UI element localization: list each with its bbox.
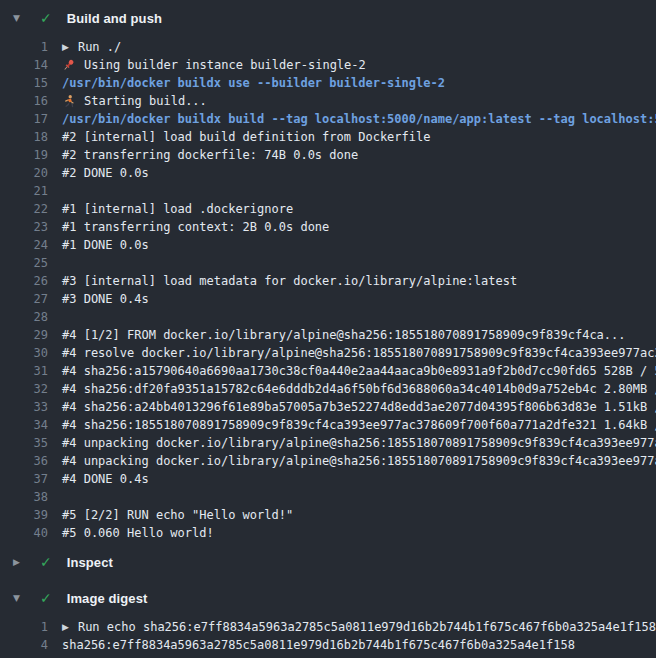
- log-line: 37#4 DONE 0.4s: [0, 470, 656, 488]
- log-line: 4sha256:e7ff8834a5963a2785c5a0811e979d16…: [0, 636, 656, 654]
- line-content: #5 0.060 Hello world!: [62, 524, 214, 542]
- log-line: 40#5 0.060 Hello world!: [0, 524, 656, 542]
- line-text: /usr/bin/docker buildx build --tag local…: [62, 110, 656, 128]
- line-text: #4 sha256:185518070891758909c9f839cf4ca3…: [62, 416, 656, 434]
- log-line: 35#4 unpacking docker.io/library/alpine@…: [0, 434, 656, 452]
- line-text: #1 [internal] load .dockerignore: [62, 200, 293, 218]
- log-line: 23#1 transferring context: 2B 0.0s done: [0, 218, 656, 236]
- step-header-inspect[interactable]: ▶✓Inspect: [0, 544, 656, 580]
- success-check-icon: ✓: [40, 554, 52, 570]
- line-text: #4 resolve docker.io/library/alpine@sha2…: [62, 344, 656, 362]
- line-content: #1 transferring context: 2B 0.0s done: [62, 218, 329, 236]
- line-number[interactable]: 35: [0, 434, 48, 452]
- line-number[interactable]: 24: [0, 236, 48, 254]
- line-number[interactable]: 27: [0, 290, 48, 308]
- step-log-lines: 1▶Run echo sha256:e7ff8834a5963a2785c5a0…: [0, 616, 656, 656]
- log-line: 31#4 sha256:a15790640a6690aa1730c38cf0a4…: [0, 362, 656, 380]
- line-content: /usr/bin/docker buildx use --builder bui…: [62, 74, 445, 92]
- line-text: #4 [1/2] FROM docker.io/library/alpine@s…: [62, 326, 626, 344]
- workflow-log-viewer: ▼✓Build and push1▶Run ./14 Using builder…: [0, 0, 656, 658]
- log-line: 17/usr/bin/docker buildx build --tag loc…: [0, 110, 656, 128]
- line-number[interactable]: 4: [0, 636, 48, 654]
- line-content: #4 [1/2] FROM docker.io/library/alpine@s…: [62, 326, 626, 344]
- log-line: 27#3 DONE 0.4s: [0, 290, 656, 308]
- line-text: #1 transferring context: 2B 0.0s done: [62, 218, 329, 236]
- line-number[interactable]: 29: [0, 326, 48, 344]
- line-number[interactable]: 26: [0, 272, 48, 290]
- line-content: #1 DONE 0.0s: [62, 236, 149, 254]
- line-number[interactable]: 28: [0, 308, 48, 326]
- log-line: 30#4 resolve docker.io/library/alpine@sh…: [0, 344, 656, 362]
- line-number[interactable]: 17: [0, 110, 48, 128]
- log-line: 32#4 sha256:df20fa9351a15782c64e6dddb2d4…: [0, 380, 656, 398]
- line-text: #2 DONE 0.0s: [62, 164, 149, 182]
- line-number[interactable]: 1: [0, 618, 48, 636]
- log-line: 39#5 [2/2] RUN echo "Hello world!": [0, 506, 656, 524]
- line-number[interactable]: 1: [0, 38, 48, 56]
- line-text: #5 0.060 Hello world!: [62, 524, 214, 542]
- line-content: #4 unpacking docker.io/library/alpine@sh…: [62, 434, 656, 452]
- run-expander-icon[interactable]: ▶: [62, 38, 69, 56]
- line-number[interactable]: 33: [0, 398, 48, 416]
- line-content: #4 sha256:df20fa9351a15782c64e6dddb2d4a6…: [62, 380, 656, 398]
- line-text: #3 [internal] load metadata for docker.i…: [62, 272, 517, 290]
- line-content: sha256:e7ff8834a5963a2785c5a0811e979d16b…: [62, 636, 575, 654]
- chevron-down-icon[interactable]: ▼: [13, 13, 25, 23]
- step-header-build-and-push[interactable]: ▼✓Build and push: [0, 0, 656, 36]
- line-text: #2 [internal] load build definition from…: [62, 128, 430, 146]
- log-line: 19#2 transferring dockerfile: 74B 0.0s d…: [0, 146, 656, 164]
- line-text: sha256:e7ff8834a5963a2785c5a0811e979d16b…: [62, 636, 575, 654]
- line-text: #5 [2/2] RUN echo "Hello world!": [62, 506, 293, 524]
- line-content: #3 [internal] load metadata for docker.i…: [62, 272, 517, 290]
- log-line: 20#2 DONE 0.0s: [0, 164, 656, 182]
- pushpin-icon: [62, 58, 76, 73]
- line-text: Run echo sha256:e7ff8834a5963a2785c5a081…: [78, 618, 656, 636]
- chevron-down-icon[interactable]: ▼: [13, 593, 25, 603]
- line-number[interactable]: 19: [0, 146, 48, 164]
- line-number[interactable]: 34: [0, 416, 48, 434]
- line-text: /usr/bin/docker buildx use --builder bui…: [62, 74, 445, 92]
- step-title: Inspect: [67, 555, 113, 570]
- step-log-lines: 1▶Run ./14 Using builder instance builde…: [0, 36, 656, 544]
- line-text: Run ./: [78, 38, 121, 56]
- line-number[interactable]: 40: [0, 524, 48, 542]
- line-number[interactable]: 14: [0, 56, 48, 74]
- log-line: 38: [0, 488, 656, 506]
- line-content: Starting build...: [62, 92, 207, 110]
- line-content: #1 [internal] load .dockerignore: [62, 200, 293, 218]
- line-number[interactable]: 20: [0, 164, 48, 182]
- line-content: /usr/bin/docker buildx build --tag local…: [62, 110, 656, 128]
- line-number[interactable]: 37: [0, 470, 48, 488]
- log-line: 1▶Run ./: [0, 38, 656, 56]
- line-content: ▶Run echo sha256:e7ff8834a5963a2785c5a08…: [62, 618, 656, 636]
- line-content: #2 DONE 0.0s: [62, 164, 149, 182]
- line-number[interactable]: 36: [0, 452, 48, 470]
- log-line: 29#4 [1/2] FROM docker.io/library/alpine…: [0, 326, 656, 344]
- line-content: #5 [2/2] RUN echo "Hello world!": [62, 506, 293, 524]
- run-expander-icon[interactable]: ▶: [62, 618, 69, 636]
- line-number[interactable]: 23: [0, 218, 48, 236]
- success-check-icon: ✓: [40, 590, 52, 606]
- line-content: ▶Run ./: [62, 38, 121, 56]
- line-text: #4 DONE 0.4s: [62, 470, 149, 488]
- line-content: #4 DONE 0.4s: [62, 470, 149, 488]
- line-content: #2 [internal] load build definition from…: [62, 128, 430, 146]
- line-number[interactable]: 16: [0, 92, 48, 110]
- line-text: #4 unpacking docker.io/library/alpine@sh…: [62, 452, 656, 470]
- step-header-image-digest[interactable]: ▼✓Image digest: [0, 580, 656, 616]
- line-number[interactable]: 32: [0, 380, 48, 398]
- log-line: 34#4 sha256:185518070891758909c9f839cf4c…: [0, 416, 656, 434]
- line-number[interactable]: 15: [0, 74, 48, 92]
- line-number[interactable]: 30: [0, 344, 48, 362]
- log-line: 24#1 DONE 0.0s: [0, 236, 656, 254]
- chevron-right-icon[interactable]: ▶: [13, 557, 25, 567]
- line-number[interactable]: 39: [0, 506, 48, 524]
- line-number[interactable]: 22: [0, 200, 48, 218]
- line-number[interactable]: 38: [0, 488, 48, 506]
- line-number[interactable]: 31: [0, 362, 48, 380]
- line-text: #4 sha256:a15790640a6690aa1730c38cf0a440…: [62, 362, 656, 380]
- line-content: #2 transferring dockerfile: 74B 0.0s don…: [62, 146, 358, 164]
- line-number[interactable]: 21: [0, 182, 48, 200]
- line-number[interactable]: 18: [0, 128, 48, 146]
- line-number[interactable]: 25: [0, 254, 48, 272]
